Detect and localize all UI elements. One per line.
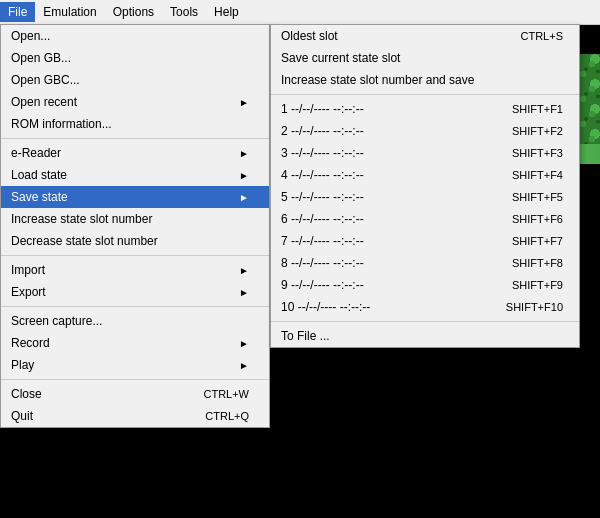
menubar-item-emulation[interactable]: Emulation — [35, 2, 104, 22]
menu-item-close[interactable]: Close CTRL+W — [1, 383, 269, 405]
submenu-slot-1[interactable]: 1 --/--/---- --:--:-- SHIFT+F1 — [271, 98, 579, 120]
ereader-arrow: ► — [239, 148, 249, 159]
file-menu-dropdown: Open... Open GB... Open GBC... Open rece… — [0, 24, 270, 428]
menubar-item-help[interactable]: Help — [206, 2, 247, 22]
menu-item-play[interactable]: Play ► — [1, 354, 269, 376]
save-state-arrow: ► — [239, 192, 249, 203]
slot-6-shortcut: SHIFT+F6 — [512, 213, 563, 225]
menu-item-import[interactable]: Import ► — [1, 259, 269, 281]
submenu-slot-2[interactable]: 2 --/--/---- --:--:-- SHIFT+F2 — [271, 120, 579, 142]
record-arrow: ► — [239, 338, 249, 349]
export-arrow: ► — [239, 287, 249, 298]
submenu-slot-7[interactable]: 7 --/--/---- --:--:-- SHIFT+F7 — [271, 230, 579, 252]
separator-1 — [1, 138, 269, 139]
slot-2-shortcut: SHIFT+F2 — [512, 125, 563, 137]
submenu-save-current[interactable]: Save current state slot — [271, 47, 579, 69]
submenu-separator-1 — [271, 94, 579, 95]
save-state-submenu: Oldest slot CTRL+S Save current state sl… — [270, 24, 580, 348]
menu-item-open[interactable]: Open... — [1, 25, 269, 47]
oldest-slot-shortcut: CTRL+S — [521, 30, 564, 42]
menubar-item-file[interactable]: File — [0, 2, 35, 22]
quit-shortcut: CTRL+Q — [205, 410, 249, 422]
separator-2 — [1, 255, 269, 256]
menu-item-decrease-slot[interactable]: Decrease state slot number — [1, 230, 269, 252]
close-shortcut: CTRL+W — [203, 388, 249, 400]
slot-4-shortcut: SHIFT+F4 — [512, 169, 563, 181]
menu-item-save-state[interactable]: Save state ► — [1, 186, 269, 208]
submenu-slot-8[interactable]: 8 --/--/---- --:--:-- SHIFT+F8 — [271, 252, 579, 274]
menu-item-rom-info[interactable]: ROM information... — [1, 113, 269, 135]
slot-1-shortcut: SHIFT+F1 — [512, 103, 563, 115]
slot-3-shortcut: SHIFT+F3 — [512, 147, 563, 159]
menu-item-ereader[interactable]: e-Reader ► — [1, 142, 269, 164]
import-arrow: ► — [239, 265, 249, 276]
submenu-slot-5[interactable]: 5 --/--/---- --:--:-- SHIFT+F5 — [271, 186, 579, 208]
submenu-separator-2 — [271, 321, 579, 322]
menu-item-open-gbc[interactable]: Open GBC... — [1, 69, 269, 91]
menu-item-load-state[interactable]: Load state ► — [1, 164, 269, 186]
submenu-slot-10[interactable]: 10 --/--/---- --:--:-- SHIFT+F10 — [271, 296, 579, 318]
separator-3 — [1, 306, 269, 307]
load-state-arrow: ► — [239, 170, 249, 181]
submenu-slot-4[interactable]: 4 --/--/---- --:--:-- SHIFT+F4 — [271, 164, 579, 186]
submenu-slot-9[interactable]: 9 --/--/---- --:--:-- SHIFT+F9 — [271, 274, 579, 296]
menubar: File Emulation Options Tools Help — [0, 0, 600, 25]
submenu-oldest-slot[interactable]: Oldest slot CTRL+S — [271, 25, 579, 47]
menu-item-open-gb[interactable]: Open GB... — [1, 47, 269, 69]
menu-item-record[interactable]: Record ► — [1, 332, 269, 354]
submenu-increase-and-save[interactable]: Increase state slot number and save — [271, 69, 579, 91]
menu-item-quit[interactable]: Quit CTRL+Q — [1, 405, 269, 427]
menu-item-open-recent[interactable]: Open recent ► — [1, 91, 269, 113]
submenu-slot-6[interactable]: 6 --/--/---- --:--:-- SHIFT+F6 — [271, 208, 579, 230]
menu-item-screen-capture[interactable]: Screen capture... — [1, 310, 269, 332]
menubar-item-options[interactable]: Options — [105, 2, 162, 22]
slot-5-shortcut: SHIFT+F5 — [512, 191, 563, 203]
menu-item-increase-slot[interactable]: Increase state slot number — [1, 208, 269, 230]
slot-8-shortcut: SHIFT+F8 — [512, 257, 563, 269]
separator-4 — [1, 379, 269, 380]
menubar-item-tools[interactable]: Tools — [162, 2, 206, 22]
open-recent-arrow: ► — [239, 97, 249, 108]
slot-9-shortcut: SHIFT+F9 — [512, 279, 563, 291]
submenu-slot-3[interactable]: 3 --/--/---- --:--:-- SHIFT+F3 — [271, 142, 579, 164]
slot-7-shortcut: SHIFT+F7 — [512, 235, 563, 247]
slot-10-shortcut: SHIFT+F10 — [506, 301, 563, 313]
play-arrow: ► — [239, 360, 249, 371]
menu-item-export[interactable]: Export ► — [1, 281, 269, 303]
submenu-to-file[interactable]: To File ... — [271, 325, 579, 347]
